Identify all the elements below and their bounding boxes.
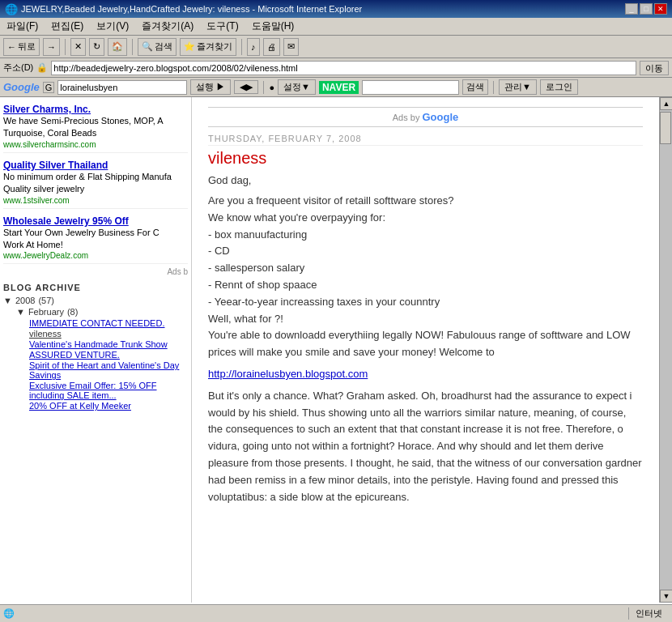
status-zone: 인터넷 (628, 607, 669, 620)
post-date: THURSDAY, FEBRUARY 7, 2008 (208, 134, 643, 146)
menu-edit[interactable]: 편집(E) (48, 19, 87, 34)
lock-icon: 🔒 (36, 62, 48, 73)
archive-year-label: 2008 (15, 296, 35, 305)
post-blog-link[interactable]: http://lorainelusbyen.blogspot.com (208, 368, 368, 380)
back-label: 뒤로 (18, 40, 36, 53)
menu-bar: 파일(F) 편집(E) 보기(V) 즐겨찾기(A) 도구(T) 도움말(H) (0, 18, 672, 36)
stop-icon: ✕ (74, 41, 82, 52)
ad-1-line-1: We have Semi-Precious Stones, MOP, A (3, 115, 188, 127)
media-button[interactable]: ♪ (247, 38, 260, 56)
favorites-label: 즐겨찾기 (197, 40, 232, 53)
star-icon: ⭐ (184, 41, 195, 52)
close-button[interactable]: ✕ (654, 3, 667, 15)
archive-posts: IMMEDIATE CONTACT NEEDED. vileness Valen… (29, 318, 188, 411)
menu-favorites[interactable]: 즐겨찾기(A) (138, 19, 197, 34)
post-link-paragraph: http://lorainelusbyen.blogspot.com (208, 366, 643, 383)
google-more-button[interactable]: ◀▶ (234, 80, 258, 94)
menu-help[interactable]: 도움말(H) (249, 19, 298, 34)
minimize-button[interactable]: _ (625, 3, 638, 15)
title-bar-left: 🌐 JEWELRY,Beaded Jewelry,HandCrafted Jew… (5, 3, 362, 15)
ad-1-title[interactable]: Silver Charms, Inc. (3, 104, 188, 115)
post-link-2[interactable]: Valentine's Handmade Trunk Show (29, 339, 188, 349)
archive-month-count: (8) (67, 307, 78, 317)
address-input[interactable] (51, 61, 636, 75)
naver-logo: NAVER (319, 81, 359, 94)
archive-month-february[interactable]: ▼ February (8) (16, 307, 188, 317)
post-link-5[interactable]: Exclusive Email Offer: 15% OFF including… (29, 381, 188, 400)
google-logo: Google (3, 81, 40, 93)
post-title: vileness (208, 149, 643, 168)
print-button[interactable]: 🖨 (263, 38, 280, 56)
scroll-up-button[interactable]: ▲ (660, 97, 672, 110)
refresh-button[interactable]: ↻ (89, 38, 104, 56)
home-icon: 🏠 (112, 41, 123, 52)
address-label: 주소(D) (3, 62, 33, 74)
refresh-icon: ↻ (93, 41, 100, 52)
post-link-6[interactable]: 20% OFF at Kelly Meeker (29, 401, 188, 411)
archive-year-2008[interactable]: ▼ 2008 (57) (3, 296, 188, 305)
menu-view[interactable]: 보기(V) (93, 19, 132, 34)
scroll-down-button[interactable]: ▼ (660, 590, 672, 603)
back-icon: ← (7, 42, 16, 52)
post-link-1[interactable]: vileness (29, 329, 188, 339)
blog-archive-title: BLOG ARCHIVE (3, 283, 188, 292)
status-ie-icon: 🌐 (3, 608, 15, 619)
naver-search-input[interactable] (362, 80, 459, 95)
sidebar-ads-by: Ads b (3, 267, 188, 276)
ad-2-title[interactable]: Quality Silver Thailand (3, 160, 188, 171)
scrollbar-thumb[interactable] (660, 112, 671, 144)
google-search-button[interactable]: 설행 ▶ (190, 79, 231, 95)
search-icon: 🔍 (142, 41, 153, 52)
forward-icon: → (47, 42, 56, 52)
mail-button[interactable]: ✉ (283, 38, 299, 56)
media-icon: ♪ (251, 42, 256, 52)
post-paragraph-2: But it's only a chance. What? Graham ask… (208, 388, 643, 506)
ad-3-line-2: Work At Home! (3, 239, 188, 251)
main-content: Ads by Google THURSDAY, FEBRUARY 7, 2008… (192, 97, 659, 603)
post-link-0[interactable]: IMMEDIATE CONTACT NEEDED. (29, 318, 188, 328)
forward-button[interactable]: → (43, 38, 60, 56)
google-settings-button[interactable]: 설정▼ (278, 79, 316, 95)
post-link-4[interactable]: Spirit of the Heart and Valentine's Day … (29, 360, 188, 380)
sidebar-ad-3: Wholesale Jewelry 95% Off Start Your Own… (3, 212, 188, 265)
manage-button[interactable]: 관리▼ (499, 79, 537, 95)
post-greeting: God dag, (208, 174, 643, 186)
home-button[interactable]: 🏠 (108, 38, 127, 56)
google-search-input[interactable] (57, 80, 187, 95)
title-bar-buttons: _ □ ✕ (625, 3, 667, 15)
sidebar: Silver Charms, Inc. We have Semi-Preciou… (0, 97, 192, 603)
window-title: JEWELRY,Beaded Jewelry,HandCrafted Jewel… (21, 4, 362, 14)
post-body: Are you a frequeent visitor of retaill s… (208, 193, 643, 505)
favorites-button[interactable]: ⭐ 즐겨찾기 (180, 38, 236, 56)
ad-1-line-2: Turquoise, Coral Beads (3, 127, 188, 139)
search-button[interactable]: 🔍 검색 (138, 38, 177, 56)
ads-google-logo: Google (422, 111, 458, 123)
mail-icon: ✉ (287, 41, 295, 52)
login-button[interactable]: 로그인 (540, 79, 578, 95)
sep-1 (65, 39, 66, 55)
sidebar-ad-2: Quality Silver Thailand No minimum order… (3, 156, 188, 209)
ad-1-url: www.silvercharmsinc.com (3, 140, 188, 149)
ad-2-url: www.1stsilver.com (3, 196, 188, 205)
naver-search-button[interactable]: 검색 (462, 79, 488, 95)
post-link-3[interactable]: ASSURED VENTURE. (29, 350, 188, 360)
menu-file[interactable]: 파일(F) (3, 19, 41, 34)
ie-icon: 🌐 (5, 3, 18, 15)
search-label: 검색 (155, 40, 172, 53)
month-triangle-icon: ▼ (16, 307, 25, 317)
divider-2 (493, 81, 494, 94)
ads-by-label: Ads by (393, 113, 420, 122)
sep-3 (241, 39, 242, 55)
google-bullet: ● (269, 83, 274, 92)
go-button[interactable]: 이동 (640, 61, 669, 75)
sep-2 (132, 39, 133, 55)
print-icon: 🖨 (267, 42, 276, 52)
toolbar: ← 뒤로 → ✕ ↻ 🏠 🔍 검색 ⭐ 즐겨찾기 ♪ 🖨 ✉ (0, 36, 672, 58)
ads-by-google: Ads by Google (208, 107, 643, 127)
stop-button[interactable]: ✕ (70, 38, 86, 56)
back-button[interactable]: ← 뒤로 (3, 38, 40, 56)
maximize-button[interactable]: □ (640, 3, 653, 15)
ad-2-line-1: No minimum order & Flat Shipping Manufa (3, 171, 188, 183)
menu-tools[interactable]: 도구(T) (203, 19, 241, 34)
ad-3-title[interactable]: Wholesale Jewelry 95% Off (3, 215, 188, 227)
